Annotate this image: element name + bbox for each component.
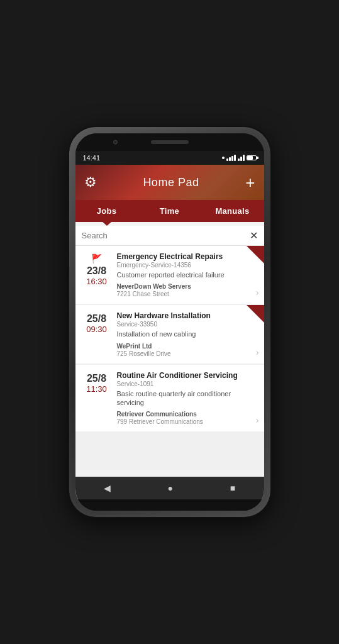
table-row[interactable]: ★ 25/8 09:30 New Hardware Installation S… xyxy=(75,305,264,363)
signal-bars xyxy=(226,155,236,161)
job-id: Service-33950 xyxy=(117,321,253,328)
tab-manuals[interactable]: Manuals xyxy=(201,200,264,222)
bottom-nav: ◀ ● ■ xyxy=(75,477,264,499)
job-address: 799 Retriever Communications xyxy=(117,418,253,425)
tab-bar: Jobs Time Manuals xyxy=(75,200,264,222)
wifi-bar-3 xyxy=(243,155,245,161)
signal-bar-2 xyxy=(229,157,231,161)
starred-corner-decoration xyxy=(247,246,264,264)
job-title: New Hardware Installation xyxy=(117,311,253,320)
job-right-column: › xyxy=(253,371,259,426)
table-row[interactable]: ★ 🚩 23/8 16:30 Emergency Electrical Repa… xyxy=(75,246,264,304)
job-date: 23/8 xyxy=(87,265,106,277)
status-bar: 14:41 xyxy=(75,151,264,165)
status-time: 14:41 xyxy=(83,154,101,162)
starred-corner-decoration xyxy=(247,305,264,323)
job-description: Customer reported electrical failure xyxy=(117,270,253,279)
phone-top-bar xyxy=(75,133,264,151)
app-header: ⚙ Home Pad + xyxy=(75,165,264,200)
job-date: 25/8 xyxy=(87,372,106,384)
home-button[interactable]: ● xyxy=(158,479,183,497)
phone-screen: 14:41 xyxy=(75,133,264,511)
job-content: Routine Air Conditioner Servicing Servic… xyxy=(112,371,253,426)
tab-time[interactable]: Time xyxy=(138,200,201,222)
chevron-right-icon: › xyxy=(256,347,259,357)
job-date-column: 25/8 09:30 xyxy=(82,311,112,357)
jobs-list: ★ 🚩 23/8 16:30 Emergency Electrical Repa… xyxy=(75,246,264,477)
job-content: Emergency Electrical Repairs Emergency-S… xyxy=(112,252,253,297)
wifi-bars xyxy=(238,155,245,161)
battery-fill xyxy=(247,156,253,160)
job-time: 09:30 xyxy=(86,325,107,334)
job-title: Routine Air Conditioner Servicing xyxy=(117,371,253,380)
phone-speaker xyxy=(151,140,189,144)
job-date: 25/8 xyxy=(87,313,106,325)
back-button[interactable]: ◀ xyxy=(94,479,121,497)
phone-camera xyxy=(113,140,118,145)
phone-frame: 14:41 xyxy=(69,127,270,517)
status-dot xyxy=(222,157,225,159)
job-location: NeverDown Web Servers xyxy=(117,283,253,290)
settings-icon[interactable]: ⚙ xyxy=(84,174,97,191)
battery-icon xyxy=(247,155,257,160)
wifi-bar-2 xyxy=(240,157,242,161)
phone-bottom-bar xyxy=(75,499,264,511)
tab-jobs[interactable]: Jobs xyxy=(75,200,138,222)
signal-bar-4 xyxy=(234,155,236,161)
job-time: 11:30 xyxy=(86,384,107,394)
job-description: Installation of new cabling xyxy=(117,330,253,338)
job-description: Basic routine quarterly air conditioner … xyxy=(117,389,253,408)
app-screen: ⚙ Home Pad + Jobs Time Manuals ✕ ★ xyxy=(75,165,264,499)
search-clear-icon[interactable]: ✕ xyxy=(250,230,258,242)
job-time: 16:30 xyxy=(86,277,107,286)
chevron-right-icon: › xyxy=(256,415,259,425)
job-content: New Hardware Installation Service-33950 … xyxy=(112,311,253,357)
job-location: WePrint Ltd xyxy=(117,343,253,350)
search-input[interactable] xyxy=(82,231,250,240)
job-date-column: 25/8 11:30 xyxy=(82,371,112,426)
job-id: Service-1091 xyxy=(117,380,253,387)
add-job-icon[interactable]: + xyxy=(245,173,255,192)
flag-icon: 🚩 xyxy=(91,253,102,264)
job-id: Emergency-Service-14356 xyxy=(117,262,253,269)
signal-bar-3 xyxy=(231,156,233,161)
recent-apps-button[interactable]: ■ xyxy=(220,479,245,497)
job-address: 725 Roseville Drive xyxy=(117,350,253,357)
chevron-right-icon: › xyxy=(256,287,259,297)
signal-bar-1 xyxy=(226,158,228,161)
job-address: 7221 Chase Street xyxy=(117,291,253,297)
search-bar: ✕ xyxy=(75,226,264,246)
app-title: Home Pad xyxy=(143,176,199,189)
table-row[interactable]: 25/8 11:30 Routine Air Conditioner Servi… xyxy=(75,365,264,432)
job-location: Retriever Communications xyxy=(117,411,253,418)
job-title: Emergency Electrical Repairs xyxy=(117,252,253,261)
wifi-bar-1 xyxy=(238,158,240,161)
status-icons xyxy=(222,155,257,161)
job-date-column: 🚩 23/8 16:30 xyxy=(82,252,112,297)
